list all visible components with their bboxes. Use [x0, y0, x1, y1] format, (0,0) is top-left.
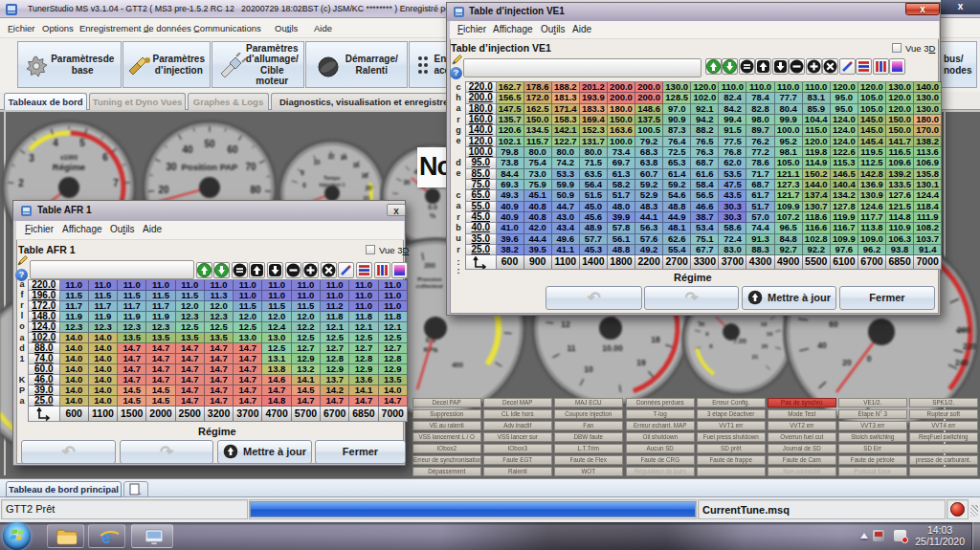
svg-text:18: 18: [651, 335, 660, 344]
svg-text:80: 80: [250, 185, 261, 195]
svg-text:12: 12: [327, 153, 335, 160]
svg-text:8: 8: [301, 169, 304, 176]
svg-text:60: 60: [227, 144, 238, 155]
svg-text:40: 40: [817, 341, 827, 350]
svg-text:%: %: [430, 212, 436, 219]
svg-text:18: 18: [761, 321, 768, 327]
svg-text:6: 6: [302, 182, 306, 188]
svg-text:240: 240: [955, 358, 969, 367]
svg-text:20: 20: [365, 185, 372, 191]
svg-text:40: 40: [182, 144, 193, 155]
svg-text:30: 30: [166, 162, 177, 172]
svg-text:7: 7: [113, 178, 119, 188]
svg-text:200: 200: [424, 262, 435, 269]
svg-text:5: 5: [79, 138, 85, 148]
svg-text:0: 0: [867, 354, 872, 363]
svg-text:x1000: x1000: [60, 154, 78, 161]
svg-text:Temps: Temps: [323, 175, 340, 181]
svg-text:20: 20: [762, 343, 768, 349]
svg-text:20: 20: [158, 185, 169, 195]
svg-text:18: 18: [361, 172, 368, 179]
svg-text:200: 200: [957, 325, 970, 335]
svg-text:Pression: Pression: [417, 276, 442, 282]
svg-text:16: 16: [352, 162, 360, 168]
svg-text:60: 60: [829, 319, 838, 329]
svg-text:6: 6: [102, 152, 108, 163]
svg-text:14: 14: [340, 154, 347, 161]
svg-text:2: 2: [18, 178, 24, 188]
svg-text:21: 21: [752, 354, 759, 360]
svg-text:220: 220: [963, 341, 976, 351]
svg-text:10: 10: [584, 364, 593, 374]
svg-text:400: 400: [452, 362, 463, 368]
svg-text:10: 10: [313, 159, 321, 165]
svg-text:0.0: 0.0: [428, 204, 437, 210]
svg-text:19: 19: [767, 331, 773, 337]
svg-text:3: 3: [29, 153, 34, 164]
svg-text:10.00: 10.00: [602, 343, 623, 353]
svg-text:19: 19: [636, 358, 646, 367]
svg-text:70: 70: [245, 162, 256, 172]
svg-text:Position PAP: Position PAP: [182, 162, 239, 172]
svg-text:Régime: Régime: [53, 162, 85, 172]
svg-text:20: 20: [842, 358, 852, 367]
svg-text:10: 10: [699, 321, 705, 327]
svg-text:collecteur: collecteur: [416, 283, 444, 289]
svg-text:4: 4: [53, 138, 58, 148]
svg-text:50: 50: [204, 139, 215, 149]
svg-text:11: 11: [568, 343, 576, 353]
svg-text:30: 30: [403, 179, 411, 186]
svg-text:12: 12: [561, 319, 570, 329]
